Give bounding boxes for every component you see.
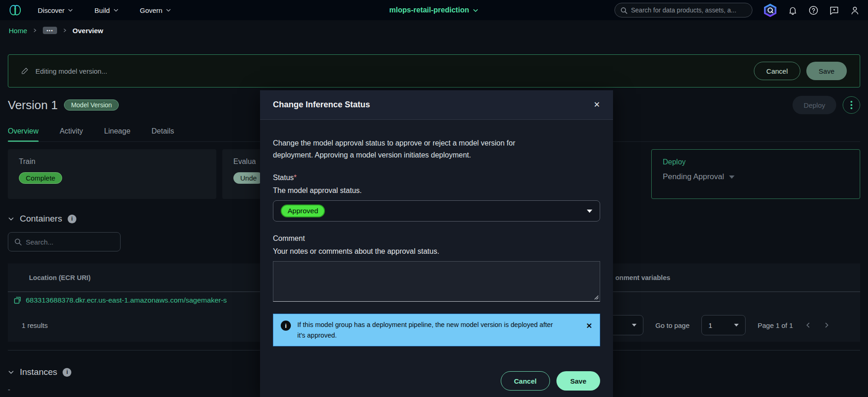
deploy-status-dropdown[interactable]: Pending Approval	[663, 172, 849, 181]
nav-right-group	[614, 3, 860, 18]
comment-area	[273, 261, 600, 302]
modal-cancel-button[interactable]: Cancel	[501, 371, 550, 391]
modal-description: Change the model approval status to appr…	[273, 137, 557, 161]
feedback-icon[interactable]	[829, 6, 839, 15]
change-inference-status-modal: Change Inference Status ✕ Change the mod…	[260, 90, 613, 397]
breadcrumb: Home ••• Overview	[0, 20, 868, 41]
chevron-left-icon[interactable]	[805, 322, 811, 328]
modal-footer: Cancel Save	[501, 371, 600, 391]
chevron-right-icon	[33, 28, 37, 33]
model-version-badge: Model Version	[64, 99, 119, 111]
chevron-down-icon[interactable]	[8, 369, 14, 375]
banner-cancel-button[interactable]: Cancel	[754, 62, 800, 80]
page-info: Page 1 of 1	[758, 321, 793, 329]
tab-overview[interactable]: Overview	[8, 127, 39, 141]
amazon-q-icon[interactable]	[764, 3, 777, 18]
breadcrumb-ellipsis[interactable]: •••	[43, 27, 57, 34]
info-banner-text: If this model group has a deployment pip…	[297, 320, 555, 340]
top-nav: Discover Build Govern mlops-retail-predi…	[0, 0, 868, 20]
nav-menu-govern-label: Govern	[140, 6, 162, 14]
search-icon	[14, 238, 22, 245]
caret-down-icon	[734, 324, 739, 327]
editing-message: Editing model version...	[21, 67, 107, 75]
nav-menu-build[interactable]: Build	[94, 6, 118, 14]
nav-menus: Discover Build Govern	[38, 6, 171, 14]
info-filled-icon: i	[281, 321, 291, 331]
nav-menu-build-label: Build	[94, 6, 110, 14]
editing-message-text: Editing model version...	[35, 67, 107, 75]
breadcrumb-home[interactable]: Home	[9, 27, 27, 35]
train-card[interactable]: Train Complete	[8, 149, 216, 199]
comment-textarea[interactable]	[273, 261, 600, 302]
notifications-icon[interactable]	[788, 6, 798, 15]
chevron-down-icon	[113, 7, 119, 13]
pencil-icon	[21, 67, 29, 75]
containers-search-input[interactable]	[26, 238, 114, 246]
modal-body: Change the model approval status to appr…	[260, 120, 613, 397]
page-header-actions: Deploy	[793, 96, 860, 114]
required-marker: *	[294, 174, 296, 181]
deploy-button[interactable]: Deploy	[793, 96, 836, 114]
deploy-status-text: Pending Approval	[663, 172, 724, 181]
results-count: 1 results	[22, 321, 48, 329]
global-search-input[interactable]	[631, 6, 746, 14]
editing-banner: Editing model version... Cancel Save	[8, 54, 860, 88]
tab-lineage[interactable]: Lineage	[104, 127, 130, 141]
nav-menu-discover-label: Discover	[38, 6, 64, 14]
copy-icon[interactable]	[14, 297, 21, 304]
pagination: Go to page 1 Page 1 of 1	[593, 315, 830, 335]
global-search[interactable]	[614, 3, 752, 18]
breadcrumb-current: Overview	[73, 27, 104, 35]
profile-icon[interactable]	[850, 6, 860, 15]
tab-activity[interactable]: Activity	[60, 127, 83, 141]
project-name: mlops-retail-prediction	[389, 6, 469, 14]
modal-save-button[interactable]: Save	[556, 371, 600, 391]
chevron-right-icon[interactable]	[823, 322, 830, 328]
close-icon[interactable]: ✕	[594, 100, 600, 110]
caret-down-icon	[587, 210, 592, 213]
evaluate-status-badge: Unde	[233, 172, 264, 184]
modal-header: Change Inference Status ✕	[260, 90, 613, 120]
app-logo-icon[interactable]	[8, 3, 22, 17]
chevron-down-icon	[166, 7, 171, 13]
chevron-down-icon[interactable]	[8, 216, 14, 222]
nav-menu-govern[interactable]: Govern	[140, 6, 171, 14]
containers-section-title: Containers	[20, 214, 62, 224]
status-label-text: Status	[273, 174, 294, 181]
chevron-down-icon	[68, 7, 73, 13]
close-icon[interactable]: ✕	[586, 321, 592, 330]
comment-field-help: Your notes or comments about the approva…	[273, 247, 600, 256]
caret-down-icon	[632, 324, 637, 327]
deploy-card[interactable]: Deploy Pending Approval	[651, 149, 860, 199]
page-title: Version 1	[8, 98, 58, 112]
chevron-right-icon	[63, 28, 67, 33]
kebab-menu-icon[interactable]	[843, 96, 860, 114]
banner-save-button[interactable]: Save	[806, 62, 847, 80]
help-icon[interactable]	[809, 6, 818, 15]
deploy-card-title: Deploy	[663, 158, 849, 166]
instances-section-title: Instances	[20, 367, 57, 377]
go-to-page-label: Go to page	[655, 321, 689, 329]
containers-search[interactable]	[8, 232, 121, 251]
search-icon	[620, 7, 627, 14]
info-icon[interactable]: i	[68, 215, 76, 223]
modal-title: Change Inference Status	[273, 100, 370, 110]
status-field-help: The model approval status.	[273, 187, 600, 195]
page-number-select[interactable]: 1	[701, 315, 746, 335]
approved-badge: Approved	[281, 204, 325, 217]
app-screen: Discover Build Govern mlops-retail-predi…	[0, 0, 868, 397]
comment-field-label: Comment	[273, 234, 600, 243]
editing-actions: Cancel Save	[754, 62, 847, 80]
tab-details[interactable]: Details	[151, 127, 174, 141]
info-icon[interactable]: i	[63, 368, 71, 377]
column-location: Location (ECR URI)	[8, 274, 91, 281]
nav-menu-discover[interactable]: Discover	[38, 6, 73, 14]
status-field-label: Status*	[273, 174, 600, 182]
ecr-uri-link[interactable]: 683313688378.dkr.ecr.us-east-1.amazonaws…	[26, 296, 227, 304]
project-switcher[interactable]: mlops-retail-prediction	[389, 6, 479, 14]
status-select[interactable]: Approved	[273, 200, 600, 222]
train-card-title: Train	[19, 158, 205, 166]
page-number-value: 1	[708, 321, 712, 329]
column-environment-variables-partial: onment variables	[615, 274, 670, 281]
train-status-badge: Complete	[19, 172, 62, 184]
